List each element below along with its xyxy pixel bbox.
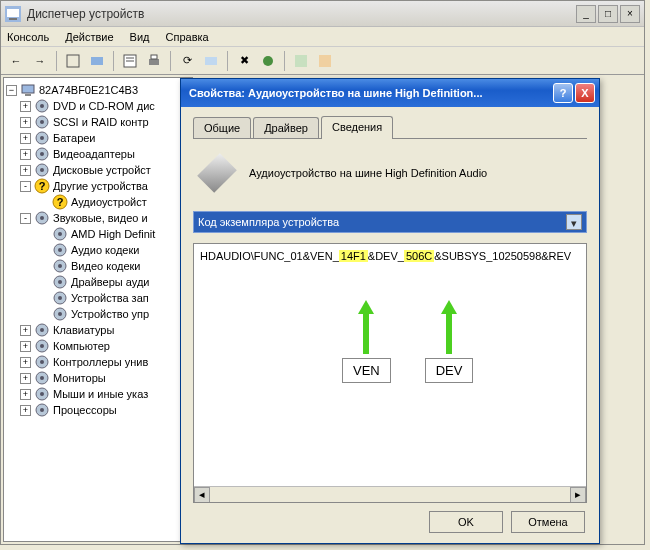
device-category-icon <box>34 146 50 162</box>
properties-dialog: Свойства: Аудиоустройство на шине High D… <box>180 78 600 544</box>
tree-item[interactable]: +Батареи <box>6 130 190 146</box>
property-dropdown[interactable]: Код экземпляра устройства ▾ <box>193 211 587 233</box>
tree-item[interactable]: ?Аудиоустройст <box>6 194 190 210</box>
device-category-icon <box>52 242 68 258</box>
svg-point-55 <box>40 408 44 412</box>
menu-view[interactable]: Вид <box>130 31 150 43</box>
tab-general[interactable]: Общие <box>193 117 251 138</box>
tree-item[interactable]: +Видеоадаптеры <box>6 146 190 162</box>
back-button[interactable]: ← <box>5 50 27 72</box>
tree-root[interactable]: − 82A74BF0E21C4B3 <box>6 82 190 98</box>
properties-icon[interactable] <box>119 50 141 72</box>
svg-text:?: ? <box>57 196 64 208</box>
tree-item[interactable]: +Процессоры <box>6 402 190 418</box>
svg-rect-2 <box>9 18 17 20</box>
scroll-left-button[interactable]: ◂ <box>194 487 210 503</box>
device-category-icon <box>34 338 50 354</box>
toolbar-btn-x1[interactable] <box>290 50 312 72</box>
tree-item[interactable]: -Звуковые, видео и <box>6 210 190 226</box>
print-icon[interactable] <box>143 50 165 72</box>
svg-rect-12 <box>295 55 307 67</box>
svg-point-21 <box>40 136 44 140</box>
svg-point-41 <box>58 296 62 300</box>
svg-point-39 <box>58 280 62 284</box>
device-category-icon <box>34 162 50 178</box>
svg-rect-10 <box>205 57 217 65</box>
svg-rect-15 <box>25 94 31 96</box>
arrow-up-icon <box>441 300 457 314</box>
ok-button[interactable]: OK <box>429 511 503 533</box>
svg-point-51 <box>40 376 44 380</box>
device-category-icon <box>34 98 50 114</box>
tree-item[interactable]: Устройства зап <box>6 290 190 306</box>
chevron-down-icon: ▾ <box>566 214 582 230</box>
menu-console[interactable]: Консоль <box>7 31 49 43</box>
svg-text:?: ? <box>39 180 46 192</box>
device-category-icon <box>52 290 68 306</box>
svg-point-45 <box>40 328 44 332</box>
forward-button[interactable]: → <box>29 50 51 72</box>
scroll-right-button[interactable]: ▸ <box>570 487 586 503</box>
toolbar-btn-x2[interactable] <box>314 50 336 72</box>
horizontal-scrollbar[interactable]: ◂ ▸ <box>194 486 586 502</box>
maximize-button[interactable]: □ <box>598 5 618 23</box>
svg-point-53 <box>40 392 44 396</box>
tab-driver[interactable]: Драйвер <box>253 117 319 138</box>
refresh-icon[interactable]: ⟳ <box>176 50 198 72</box>
dialog-close-button[interactable]: X <box>575 83 595 103</box>
tree-item[interactable]: +DVD и CD-ROM дис <box>6 98 190 114</box>
tree-item[interactable]: +Клавиатуры <box>6 322 190 338</box>
tab-details[interactable]: Сведения <box>321 116 393 139</box>
device-category-icon <box>34 210 50 226</box>
tree-item[interactable]: Видео кодеки <box>6 258 190 274</box>
svg-point-47 <box>40 344 44 348</box>
device-category-icon <box>34 354 50 370</box>
tree-item[interactable]: Устройство упр <box>6 306 190 322</box>
close-button[interactable]: × <box>620 5 640 23</box>
tree-item[interactable]: +Мониторы <box>6 370 190 386</box>
tab-strip: Общие Драйвер Сведения <box>193 115 587 139</box>
tree-item[interactable]: Драйверы ауди <box>6 274 190 290</box>
computer-icon <box>20 82 36 98</box>
tree-item[interactable]: +Компьютер <box>6 338 190 354</box>
svg-point-23 <box>40 152 44 156</box>
uninstall-icon[interactable]: ✖ <box>233 50 255 72</box>
tree-item[interactable]: Аудио кодеки <box>6 242 190 258</box>
svg-point-33 <box>58 232 62 236</box>
toolbar-btn-2[interactable] <box>86 50 108 72</box>
cancel-button[interactable]: Отмена <box>511 511 585 533</box>
svg-point-31 <box>40 216 44 220</box>
toolbar: ← → ⟳ ✖ <box>1 47 644 75</box>
toolbar-btn-1[interactable] <box>62 50 84 72</box>
update-icon[interactable] <box>257 50 279 72</box>
dialog-title: Свойства: Аудиоустройство на шине High D… <box>185 87 551 99</box>
value-list[interactable]: HDAUDIO\FUNC_01&VEN_14F1&DEV_506C&SUBSYS… <box>193 243 587 503</box>
tree-item[interactable]: -?Другие устройства <box>6 178 190 194</box>
svg-rect-1 <box>7 9 19 17</box>
dev-highlight: 506C <box>404 250 434 262</box>
menu-action[interactable]: Действие <box>65 31 113 43</box>
main-titlebar: Диспетчер устройств _ □ × <box>1 1 644 27</box>
device-icon <box>197 153 237 193</box>
dialog-titlebar[interactable]: Свойства: Аудиоустройство на шине High D… <box>181 79 599 107</box>
minimize-button[interactable]: _ <box>576 5 596 23</box>
tree-item[interactable]: +Контроллеры унив <box>6 354 190 370</box>
tree-item[interactable]: +Дисковые устройст <box>6 162 190 178</box>
device-tree[interactable]: − 82A74BF0E21C4B3 +DVD и CD-ROM дис+SCSI… <box>3 77 193 542</box>
menubar: Консоль Действие Вид Справка <box>1 27 644 47</box>
scan-icon[interactable] <box>200 50 222 72</box>
tree-item[interactable]: +Мыши и иные указ <box>6 386 190 402</box>
help-button[interactable]: ? <box>553 83 573 103</box>
svg-point-11 <box>263 56 273 66</box>
svg-rect-13 <box>319 55 331 67</box>
device-category-icon <box>52 226 68 242</box>
tree-item[interactable]: AMD High Definit <box>6 226 190 242</box>
app-icon <box>5 6 21 22</box>
tree-item[interactable]: +SCSI и RAID контр <box>6 114 190 130</box>
device-category-icon <box>34 322 50 338</box>
window-title: Диспетчер устройств <box>27 7 576 21</box>
menu-help[interactable]: Справка <box>166 31 209 43</box>
device-category-icon <box>34 114 50 130</box>
device-category-icon <box>34 370 50 386</box>
svg-point-35 <box>58 248 62 252</box>
